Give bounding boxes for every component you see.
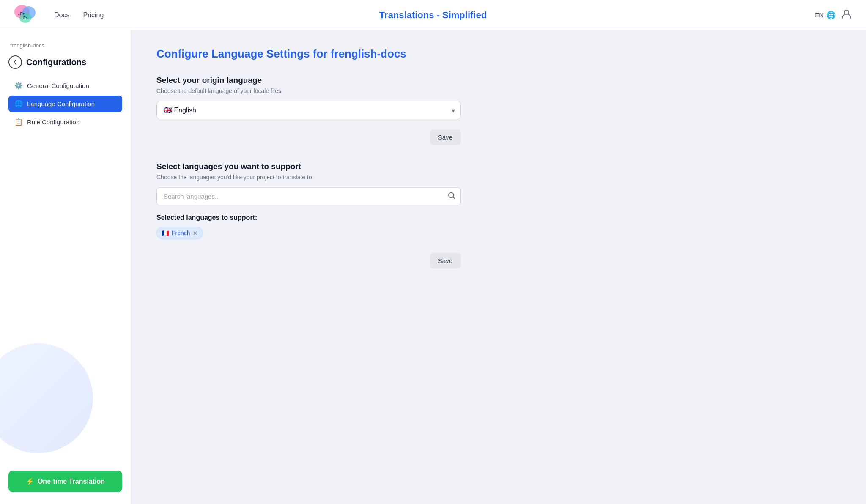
language-search-wrapper: [156, 187, 461, 205]
origin-language-desc: Choose the default language of your loca…: [156, 88, 841, 94]
sidebar-item-general[interactable]: ⚙️ General Configuration: [8, 77, 122, 94]
sidebar: frenglish-docs Configurations ⚙️ General…: [0, 30, 131, 504]
sidebar-item-general-label: General Configuration: [27, 82, 89, 89]
main-content: Configure Language Settings for frenglis…: [131, 30, 866, 504]
header-title: Translations - Simplified: [379, 10, 487, 21]
french-tag: 🇫🇷 French ✕: [156, 227, 203, 239]
rule-icon: 📋: [14, 118, 23, 126]
target-languages-section: Select languages you want to support Cho…: [156, 162, 841, 268]
sidebar-item-rule[interactable]: 📋 Rule Configuration: [8, 114, 122, 130]
gear-icon: ⚙️: [14, 82, 23, 90]
header-lang[interactable]: EN 🌐: [815, 11, 836, 20]
header: ←Fr __En Docs Pricing Translations - Sim…: [0, 0, 866, 30]
sidebar-item-rule-label: Rule Configuration: [27, 118, 79, 126]
language-search-input[interactable]: [156, 187, 461, 205]
target-save-button[interactable]: Save: [430, 253, 461, 268]
origin-save-wrapper: Save: [156, 124, 461, 145]
sidebar-bg-shape: [0, 343, 93, 453]
sidebar-item-language[interactable]: 🌐 Language Configuration: [8, 96, 122, 112]
header-right: EN 🌐: [815, 8, 852, 22]
sidebar-title: Configurations: [26, 58, 86, 67]
selected-languages-label: Selected languages to support:: [156, 214, 841, 222]
one-time-translation-button[interactable]: ⚡ One-time Translation: [8, 471, 122, 492]
nav: Docs Pricing: [54, 11, 104, 19]
page-title: Configure Language Settings for frenglis…: [156, 47, 841, 60]
user-icon[interactable]: [841, 8, 852, 22]
page-title-prefix: Configure Language Settings for: [156, 47, 331, 60]
target-languages-title: Select languages you want to support: [156, 162, 841, 171]
svg-text:←Fr: ←Fr: [18, 12, 25, 16]
french-label: French: [172, 230, 190, 236]
one-time-btn-label: One-time Translation: [38, 478, 105, 485]
origin-language-select-wrapper: 🇬🇧 English 🇪🇸 Spanish 🇫🇷 French 🇩🇪 Germa…: [156, 101, 461, 119]
nav-docs[interactable]: Docs: [54, 11, 69, 19]
origin-language-title: Select your origin language: [156, 76, 841, 85]
search-icon-button[interactable]: [447, 191, 456, 202]
sidebar-nav: ⚙️ General Configuration 🌐 Language Conf…: [8, 77, 122, 130]
page-title-project: frenglish-docs: [331, 47, 406, 60]
sidebar-header: Configurations: [8, 55, 122, 69]
selected-languages-list: 🇫🇷 French ✕: [156, 227, 841, 239]
lang-label: EN: [815, 11, 824, 19]
french-flag: 🇫🇷: [162, 230, 169, 236]
sidebar-item-language-label: Language Configuration: [27, 100, 95, 107]
svg-text:__En: __En: [19, 16, 28, 20]
origin-language-section: Select your origin language Choose the d…: [156, 76, 841, 145]
french-remove-button[interactable]: ✕: [193, 230, 197, 236]
sidebar-project: frenglish-docs: [8, 42, 122, 49]
nav-pricing[interactable]: Pricing: [83, 11, 104, 19]
globe-icon: 🌐: [826, 11, 836, 20]
lightning-icon: ⚡: [26, 477, 34, 485]
sidebar-bottom: ⚡ One-time Translation: [8, 471, 122, 492]
origin-language-select[interactable]: 🇬🇧 English 🇪🇸 Spanish 🇫🇷 French 🇩🇪 Germa…: [156, 101, 461, 119]
layout: frenglish-docs Configurations ⚙️ General…: [0, 30, 866, 504]
target-languages-desc: Choose the languages you'd like your pro…: [156, 174, 841, 181]
target-save-wrapper: Save: [156, 248, 461, 268]
back-button[interactable]: [8, 55, 22, 69]
logo[interactable]: ←Fr __En: [14, 3, 37, 27]
origin-save-button[interactable]: Save: [430, 129, 461, 145]
language-globe-icon: 🌐: [14, 100, 23, 108]
